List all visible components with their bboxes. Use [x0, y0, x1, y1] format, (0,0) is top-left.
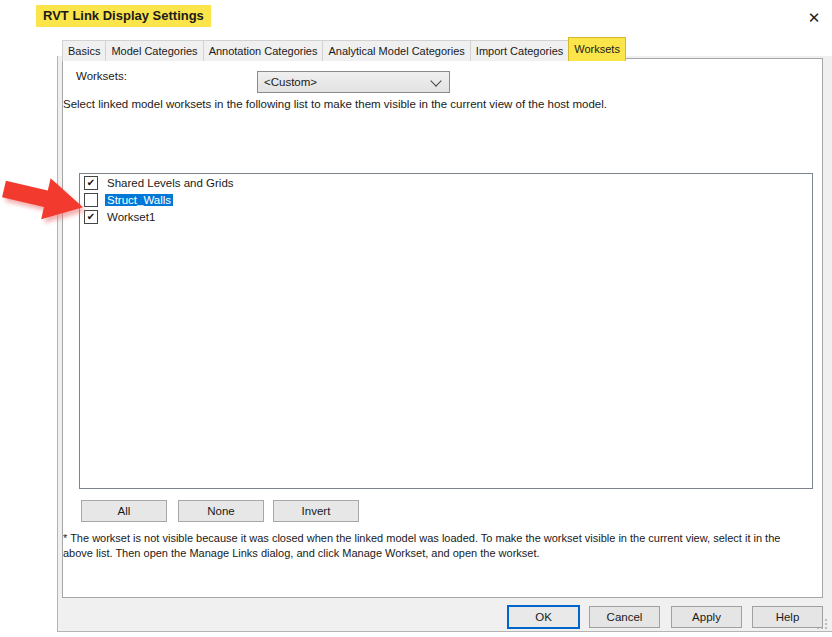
list-item-workset1[interactable]: ✔ Workset1: [84, 209, 812, 225]
invert-button[interactable]: Invert: [273, 500, 359, 522]
worksets-list[interactable]: ✔ Shared Levels and Grids Struct_Walls ✔…: [79, 173, 813, 489]
all-button[interactable]: All: [81, 500, 167, 522]
list-item-shared-levels-and-grids[interactable]: ✔ Shared Levels and Grids: [84, 175, 812, 191]
dialog-title: RVT Link Display Settings: [36, 5, 211, 27]
tab-model-categories[interactable]: Model Categories: [105, 40, 203, 61]
list-item-label: Workset1: [105, 211, 157, 223]
tab-analytical-model-categories[interactable]: Analytical Model Categories: [322, 40, 470, 61]
list-item-label: Struct_Walls: [105, 194, 173, 206]
ok-button[interactable]: OK: [507, 605, 580, 629]
annotation-arrow-icon: [0, 164, 92, 228]
apply-button[interactable]: Apply: [671, 606, 742, 628]
footnote-line-1: * The workset is not visible because it …: [63, 531, 780, 546]
tab-basics[interactable]: Basics: [62, 40, 106, 61]
list-item-label: Shared Levels and Grids: [105, 177, 236, 189]
chevron-down-icon: [430, 75, 441, 86]
footnote-line-2: above list. Then open the Manage Links d…: [63, 546, 780, 561]
close-icon[interactable]: ✕: [802, 6, 826, 30]
worksets-label: Worksets:: [76, 70, 127, 82]
help-button[interactable]: Help: [752, 606, 823, 628]
worksets-dropdown-value: <Custom>: [258, 76, 432, 88]
tab-annotation-categories[interactable]: Annotation Categories: [203, 40, 324, 61]
none-button[interactable]: None: [178, 500, 264, 522]
tab-import-categories[interactable]: Import Categories: [470, 40, 569, 61]
tab-worksets[interactable]: Worksets: [568, 37, 626, 61]
cancel-button[interactable]: Cancel: [589, 606, 660, 628]
worksets-description: Select linked model worksets in the foll…: [63, 98, 607, 110]
worksets-dropdown[interactable]: <Custom>: [257, 71, 450, 93]
workset-footnote: * The workset is not visible because it …: [63, 531, 780, 560]
rvt-link-display-settings-dialog: RVT Link Display Settings ✕ Basics Model…: [0, 0, 832, 637]
tab-bar: Basics Model Categories Annotation Categ…: [62, 38, 626, 61]
list-item-struct-walls[interactable]: Struct_Walls: [84, 192, 812, 208]
